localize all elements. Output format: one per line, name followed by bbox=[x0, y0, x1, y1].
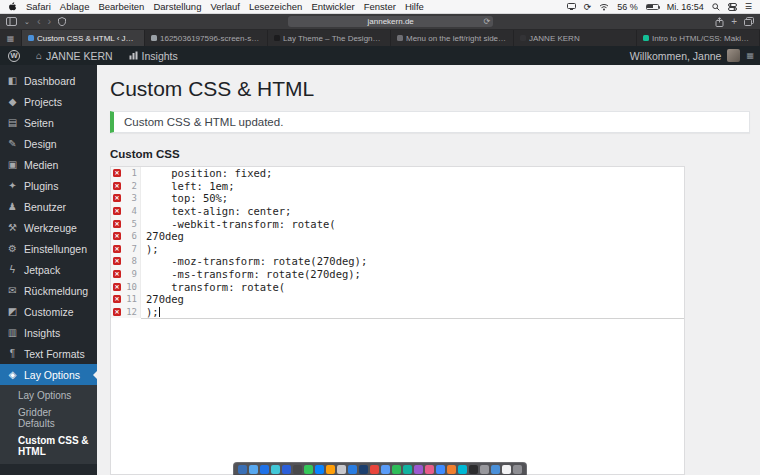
submenu-item-custom-css-html[interactable]: Custom CSS & HTML bbox=[0, 432, 97, 460]
menu-item[interactable]: Bearbeiten bbox=[98, 1, 144, 12]
menu-item[interactable]: Verlauf bbox=[210, 1, 240, 12]
menu-item[interactable]: Hilfe bbox=[405, 1, 424, 12]
menu-item[interactable]: Lesezeichen bbox=[249, 1, 302, 12]
tab-janne-kern[interactable]: JANNE KERN bbox=[514, 30, 637, 46]
sidebar-item-benutzer[interactable]: ♟ Benutzer bbox=[0, 196, 97, 217]
tab-lay-theme[interactable]: Lay Theme – The Designer's... bbox=[268, 30, 391, 46]
sidebar-item-lay-options[interactable]: ◈ Lay Options bbox=[0, 364, 97, 385]
dock-app[interactable] bbox=[348, 465, 357, 474]
tab-custom-css-html[interactable]: Custom CSS & HTML ‹ JANN... bbox=[22, 30, 145, 46]
dock-app[interactable] bbox=[282, 465, 291, 474]
code-line[interactable]: ✕ 6 270deg bbox=[111, 230, 684, 243]
menu-item[interactable]: Fenster bbox=[364, 1, 396, 12]
code-line[interactable]: ✕ 11 270deg bbox=[111, 293, 684, 306]
sidebar-item-jetpack[interactable]: ϟ Jetpack bbox=[0, 259, 97, 280]
sidebar-item-werkzeuge[interactable]: ⚒ Werkzeuge bbox=[0, 217, 97, 238]
sidebar-item-projects[interactable]: ◆ Projects bbox=[0, 91, 97, 112]
spotlight-icon[interactable] bbox=[712, 3, 720, 11]
dock-app[interactable] bbox=[392, 465, 401, 474]
submenu-item-gridder-defaults[interactable]: Gridder Defaults bbox=[0, 404, 97, 432]
dock-app[interactable] bbox=[425, 465, 434, 474]
code-line[interactable]: ✕ 8 -moz-transform: rotate(270deg); bbox=[111, 255, 684, 268]
dock-app[interactable] bbox=[502, 465, 511, 474]
apple-menu-icon[interactable] bbox=[8, 2, 17, 12]
dock-app[interactable] bbox=[315, 465, 324, 474]
sidebar-item-text-formats[interactable]: ¶ Text Formats bbox=[0, 343, 97, 364]
chevron-down-icon[interactable]: ⌄ bbox=[24, 18, 30, 25]
dock-app[interactable] bbox=[491, 465, 500, 474]
tab-intro-html-css[interactable]: Intro to HTML/CSS: Making w... bbox=[637, 30, 760, 46]
sidebar-item-rueckmeldung[interactable]: ✉ Rückmeldung bbox=[0, 280, 97, 301]
share-icon[interactable] bbox=[715, 17, 724, 27]
sidebar-item-einstellungen[interactable]: ⚙ Einstellungen bbox=[0, 238, 97, 259]
wifi-icon[interactable] bbox=[599, 3, 609, 11]
dock-app[interactable] bbox=[381, 465, 390, 474]
control-center-icon[interactable] bbox=[728, 3, 737, 11]
dock-app[interactable] bbox=[436, 465, 445, 474]
submenu-item-lay-options[interactable]: Lay Options bbox=[0, 387, 97, 404]
insights-menu[interactable]: Insights bbox=[121, 46, 186, 65]
tab-screenshot-image[interactable]: 1625036197596-screen-shot... bbox=[145, 30, 268, 46]
sidebar-item-insights[interactable]: ▥ Insights bbox=[0, 322, 97, 343]
notification-center-icon[interactable]: ☰ bbox=[745, 2, 752, 11]
code-line[interactable]: ✕ 10 transform: rotate( bbox=[111, 280, 684, 293]
back-button[interactable]: ‹ bbox=[37, 16, 41, 27]
menu-item[interactable]: Safari bbox=[26, 1, 51, 12]
dock-app[interactable] bbox=[403, 465, 412, 474]
code-line[interactable]: ✕ 3 top: 50%; bbox=[111, 192, 684, 205]
menubar-clock[interactable]: Mi. 16:54 bbox=[667, 2, 704, 12]
account-menu[interactable]: Willkommen, Janne ▦ bbox=[630, 49, 760, 62]
insights-icon: ▥ bbox=[7, 327, 18, 338]
dock-app[interactable] bbox=[447, 465, 456, 474]
site-name-menu[interactable]: ⌂ JANNE KERN bbox=[28, 46, 121, 65]
code-line[interactable]: ✕ 7 ); bbox=[111, 243, 684, 256]
sidebar-toggle-icon[interactable] bbox=[6, 17, 17, 26]
wp-logo-menu[interactable]: W bbox=[0, 46, 28, 65]
code-line[interactable]: ✕ 4 text-align: center; bbox=[111, 205, 684, 218]
address-bar[interactable]: jannekern.de ⟳ bbox=[288, 16, 493, 27]
dock-app[interactable] bbox=[260, 465, 269, 474]
dock-app[interactable] bbox=[249, 465, 258, 474]
new-tab-icon[interactable]: + bbox=[731, 17, 737, 27]
dock-app[interactable] bbox=[337, 465, 346, 474]
code-line[interactable]: ✕ 1 position: fixed; bbox=[111, 167, 684, 180]
screen-options-icon[interactable]: ▦ bbox=[746, 51, 754, 60]
tab-overview-icon[interactable] bbox=[744, 17, 754, 26]
sidebar-item-design[interactable]: ✎ Design bbox=[0, 133, 97, 154]
dock-app[interactable] bbox=[513, 465, 522, 474]
dock-app[interactable] bbox=[414, 465, 423, 474]
forward-button[interactable]: › bbox=[48, 16, 52, 27]
code-line[interactable]: ✕ 12 ); bbox=[111, 306, 684, 319]
code-line[interactable]: ✕ 5 -webkit-transform: rotate( bbox=[111, 217, 684, 230]
reload-icon[interactable]: ⟳ bbox=[483, 17, 490, 26]
tab-favicon bbox=[520, 35, 526, 41]
tab-menu-left-right-side[interactable]: Menu on the left/right side! |... bbox=[391, 30, 514, 46]
dock-app[interactable] bbox=[480, 465, 489, 474]
sync-icon[interactable]: ⟳ bbox=[584, 2, 592, 12]
dock-app[interactable] bbox=[326, 465, 335, 474]
sidebar-item-customize[interactable]: ◩ Customize bbox=[0, 301, 97, 322]
menu-item[interactable]: Entwickler bbox=[311, 1, 354, 12]
dock-app[interactable] bbox=[271, 465, 280, 474]
sidebar-item-dashboard[interactable]: ◧ Dashboard bbox=[0, 70, 97, 91]
dock-app[interactable] bbox=[293, 465, 302, 474]
sidebar-item-plugins[interactable]: ✦ Plugins bbox=[0, 175, 97, 196]
dock-app[interactable] bbox=[370, 465, 379, 474]
editor-gutter: ✕ 3 bbox=[111, 192, 141, 205]
menu-item[interactable]: Ablage bbox=[60, 1, 90, 12]
menubar-status-area: ⟳ 56 % Mi. 16:54 ☰ bbox=[567, 2, 752, 12]
sidebar-item-seiten[interactable]: ▤ Seiten bbox=[0, 112, 97, 133]
sidebar-item-medien[interactable]: ▣ Medien bbox=[0, 154, 97, 175]
code-line[interactable]: ✕ 2 left: 1em; bbox=[111, 180, 684, 193]
menu-item[interactable]: Darstellung bbox=[153, 1, 201, 12]
dock-app[interactable] bbox=[458, 465, 467, 474]
display-icon[interactable] bbox=[567, 3, 576, 10]
dock-app[interactable] bbox=[238, 465, 247, 474]
code-line[interactable]: ✕ 9 -ms-transform: rotate(270deg); bbox=[111, 268, 684, 281]
dock-app[interactable] bbox=[469, 465, 478, 474]
pinned-tab[interactable]: ▦ bbox=[0, 30, 22, 46]
css-code-editor[interactable]: ✕ 1 position: fixed; ✕ 2 left: 1em; ✕ 3 … bbox=[110, 166, 685, 475]
dock-app[interactable] bbox=[304, 465, 313, 474]
dock-app[interactable] bbox=[359, 465, 368, 474]
privacy-shield-icon[interactable] bbox=[58, 17, 66, 26]
